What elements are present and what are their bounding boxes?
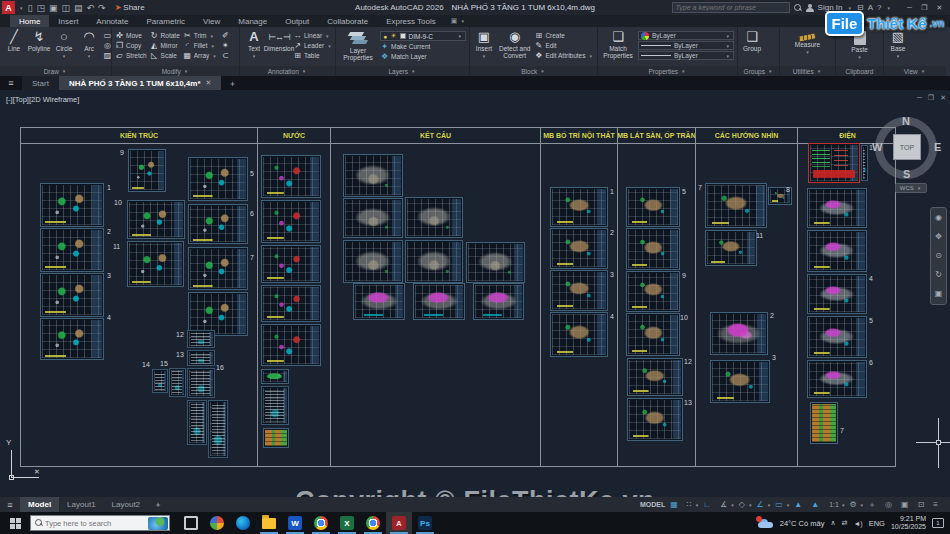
model-space-label[interactable]: MODEL [640, 501, 665, 508]
match-layer-button[interactable]: ❖Match Layer [380, 52, 466, 61]
panel-label-modify[interactable]: Modify▾ [112, 66, 239, 76]
qnew-icon[interactable]: ▯ [26, 3, 35, 13]
weather-icon[interactable] [758, 519, 774, 528]
undo-icon[interactable]: ↶ [85, 3, 97, 13]
linetype-dropdown[interactable]: ByLayer▾ [638, 51, 734, 60]
plan-thumbnail[interactable] [128, 149, 166, 192]
scale-button[interactable]: ◺Scale [150, 51, 180, 60]
leader-button[interactable]: ↗Leader▾ [293, 41, 333, 50]
plan-thumbnail[interactable] [343, 198, 403, 238]
help-icon[interactable]: ? [877, 3, 881, 12]
plan-thumbnail[interactable] [188, 204, 248, 244]
plan-thumbnail[interactable] [261, 155, 321, 198]
tab-view[interactable]: View [194, 15, 229, 27]
plan-thumbnail[interactable] [343, 240, 403, 283]
isolate-objects[interactable]: ◎ [885, 499, 898, 510]
showmotion-icon[interactable]: ▣ [935, 290, 943, 298]
share-button[interactable]: ➤ Share [115, 3, 145, 12]
plan-thumbnail[interactable] [261, 386, 289, 425]
plan-thumbnail[interactable] [40, 318, 104, 360]
panel-label-annotation[interactable]: Annotation▾ [240, 66, 335, 76]
network-icon[interactable]: ⇄ [842, 519, 848, 527]
orbit-icon[interactable]: ↻ [935, 271, 942, 279]
drawing-canvas[interactable]: [-][Top][2D Wireframe] ─ ❐ ✕ KIẾN TRÚCNƯ… [0, 90, 950, 497]
plan-thumbnail[interactable] [187, 400, 207, 445]
plan-thumbnail[interactable] [152, 369, 168, 393]
plan-thumbnail[interactable] [127, 241, 184, 287]
tray-expand-caret-icon[interactable]: ∧ [830, 519, 835, 527]
viewcube-top-face[interactable]: TOP [893, 134, 921, 160]
close-tab-icon[interactable]: ✕ [206, 79, 212, 87]
base-view-button[interactable]: ▧Base▾ [887, 29, 909, 66]
plan-thumbnail[interactable] [187, 350, 215, 366]
linear-button[interactable]: ↔Linear▾ [293, 31, 333, 40]
offset-button[interactable]: ⊂ [221, 51, 230, 60]
dimension-button[interactable]: ⊢↔⊣Dimension [268, 29, 290, 66]
viewport-close-icon[interactable]: ✕ [940, 94, 946, 102]
help-caret-icon[interactable]: ▾ [887, 5, 890, 11]
tab-manage[interactable]: Manage [229, 15, 276, 27]
plan-thumbnail[interactable] [208, 400, 228, 458]
object-snap-toggle[interactable]: ▭▾ [775, 499, 791, 510]
tab-annotate[interactable]: Annotate [87, 15, 137, 27]
plan-thumbnail[interactable] [807, 360, 867, 398]
signin-user-icon[interactable] [806, 4, 814, 12]
ribbon-options-button[interactable]: ▣▾ [451, 15, 466, 27]
plan-thumbnail[interactable] [261, 285, 321, 322]
customization-menu[interactable]: ≡ [933, 499, 944, 510]
plan-thumbnail[interactable] [40, 183, 104, 227]
create-block-button[interactable]: ⊞Create [534, 31, 594, 40]
plan-thumbnail[interactable] [353, 283, 405, 320]
autocad-icon[interactable]: A [386, 512, 412, 534]
tab-layout2[interactable]: Layout2 [104, 497, 148, 512]
plan-thumbnail[interactable] [710, 360, 770, 403]
plan-thumbnail[interactable] [626, 187, 680, 227]
insert-block-button[interactable]: ▣Insert▾ [473, 29, 495, 66]
plan-thumbnail[interactable] [187, 368, 215, 398]
snap-mode-toggle[interactable]: ∷▾ [687, 499, 701, 510]
plan-thumbnail[interactable] [405, 240, 463, 283]
viewport-minimize-icon[interactable]: ─ [917, 94, 922, 102]
word-icon[interactable]: W [282, 512, 308, 534]
measure-button[interactable]: Measure▾ [795, 29, 820, 66]
plan-thumbnail[interactable] [705, 183, 767, 228]
panel-label-properties[interactable]: Properties▾ [598, 66, 737, 76]
object-snap-tracking-toggle[interactable]: ∠▾ [757, 499, 773, 510]
layer-dropdown[interactable]: ● ☀ DIM-9-C ▾ [380, 31, 466, 41]
plan-thumbnail[interactable] [810, 402, 838, 444]
annotation-monitor[interactable]: ＋ [868, 499, 882, 510]
viewport-controls-label[interactable]: [-][Top][2D Wireframe] [6, 95, 79, 104]
plan-thumbnail[interactable] [626, 271, 680, 312]
plan-thumbnail[interactable] [705, 230, 757, 266]
erase-button[interactable]: ✐ [221, 31, 230, 40]
isometric-drafting-toggle[interactable]: ◇▾ [739, 499, 754, 510]
plan-thumbnail[interactable] [807, 230, 867, 272]
panel-label-groups[interactable]: Groups▾ [738, 66, 779, 76]
panel-label-layers[interactable]: Layers▾ [336, 66, 469, 76]
array-button[interactable]: ▦Array▾ [183, 51, 218, 60]
panel-label-clipboard[interactable]: Clipboard [836, 66, 883, 76]
viewcube-west[interactable]: W [872, 141, 882, 153]
plan-thumbnail[interactable] [710, 312, 768, 355]
start-tab[interactable]: Start [22, 76, 59, 90]
panel-label-utilities[interactable]: Utilities▾ [780, 66, 835, 76]
edit-attributes-button[interactable]: ❖Edit Attributes▾ [534, 51, 594, 60]
photoshop-icon[interactable]: Ps [412, 512, 438, 534]
restore-button[interactable]: ❐ [917, 4, 932, 12]
plan-thumbnail[interactable] [808, 143, 860, 183]
plan-thumbnail[interactable] [807, 316, 867, 358]
excel-icon[interactable]: X [334, 512, 360, 534]
plan-thumbnail[interactable] [768, 187, 792, 205]
chrome-icon[interactable] [360, 512, 386, 534]
plan-thumbnail[interactable] [627, 398, 683, 441]
workspace-switching[interactable]: ⚙▾ [849, 499, 865, 510]
plan-thumbnail[interactable] [188, 247, 248, 290]
plan-thumbnail[interactable] [807, 274, 867, 314]
plan-thumbnail[interactable] [261, 200, 321, 243]
clock[interactable]: 9:21 PM10/25/2025 [891, 515, 926, 531]
new-drawing-tab-button[interactable]: ＋ [221, 76, 243, 90]
tab-home[interactable]: Home [10, 15, 49, 27]
viewport-restore-icon[interactable]: ❐ [928, 94, 934, 102]
wcs-dropdown[interactable]: WCS▾ [895, 183, 927, 193]
plan-thumbnail[interactable] [263, 428, 289, 448]
